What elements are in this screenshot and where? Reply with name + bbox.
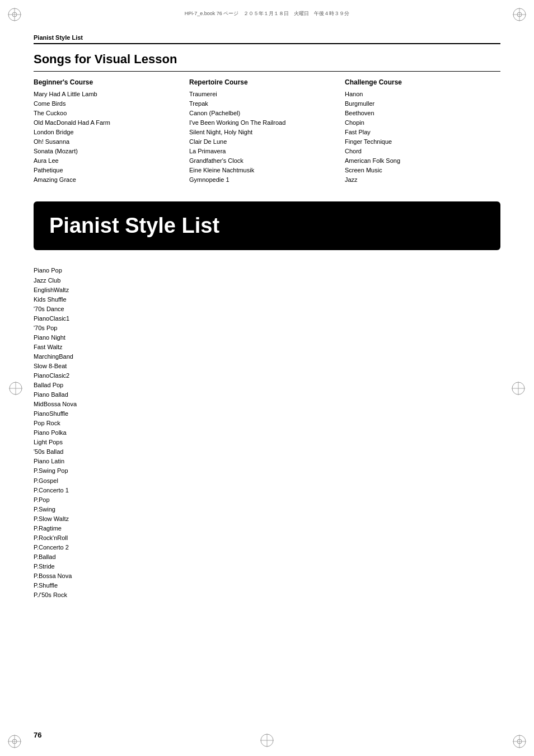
- list-item: Piano Ballad: [34, 390, 500, 400]
- list-item: P.Swing Pop: [34, 466, 500, 476]
- list-item: PianoShuffle: [34, 409, 500, 419]
- reg-mark-br: [512, 734, 527, 749]
- list-item: P.Ragtime: [34, 524, 500, 533]
- black-banner-title: Pianist Style List: [49, 214, 485, 238]
- list-item: Finger Technique: [345, 137, 489, 147]
- list-item: Beethoven: [345, 109, 489, 118]
- list-item: MarchingBand: [34, 352, 500, 361]
- list-item: Fast Waltz: [34, 342, 500, 352]
- list-item: Chord: [345, 147, 489, 156]
- section-rule: [34, 43, 500, 44]
- list-item: Aura Lee: [34, 156, 178, 166]
- list-item: P.Stride: [34, 562, 500, 571]
- list-item: Pathetique: [34, 166, 178, 175]
- list-item: P./'50s Rock: [34, 590, 500, 600]
- section-label: Pianist Style List: [0, 34, 534, 41]
- list-item: Chopin: [345, 118, 489, 128]
- list-item: Gymnopedie 1: [189, 175, 334, 185]
- list-item: Fast Play: [345, 128, 489, 137]
- list-item: Kids Shuffle: [34, 295, 500, 304]
- list-item: Piano Polka: [34, 428, 500, 438]
- beginners-course-col: Beginner's Course Mary Had A Little Lamb…: [34, 78, 189, 185]
- list-item: Mary Had A Little Lamb: [34, 90, 178, 99]
- style-list-container: Piano Pop Jazz Club EnglishWaltz Kids Sh…: [0, 261, 534, 604]
- list-item: Ballad Pop: [34, 381, 500, 390]
- list-item: Slow 8-Beat: [34, 361, 500, 371]
- list-item: Pop Rock: [34, 419, 500, 428]
- list-item: La Primavera: [189, 147, 334, 156]
- list-item: Jazz: [345, 175, 489, 185]
- list-item: I've Been Working On The Railroad: [189, 118, 334, 128]
- list-item: Light Pops: [34, 438, 500, 447]
- list-item: Piano Night: [34, 333, 500, 342]
- list-item: The Cuckoo: [34, 109, 178, 118]
- list-item: '50s Ballad: [34, 447, 500, 457]
- list-item: Trepak: [189, 99, 334, 109]
- reg-mark-bot-mid: [259, 732, 275, 748]
- list-item: Silent Night, Holy Night: [189, 128, 334, 137]
- header-meta: HPi-7_e.book 76 ページ ２０５年１月１８日 火曜日 午後４時３９…: [34, 10, 500, 17]
- page-wrapper: HPi-7_e.book 76 ページ ２０５年１月１８日 火曜日 午後４時３９…: [0, 0, 534, 756]
- challenge-course-items: Hanon Burgmuller Beethoven Chopin Fast P…: [345, 90, 489, 185]
- list-item: P.Concerto 2: [34, 543, 500, 552]
- beginners-course-header: Beginner's Course: [34, 78, 178, 86]
- list-item: Hanon: [345, 90, 489, 99]
- list-item: Piano Latin: [34, 457, 500, 466]
- list-item: PianoClasic2: [34, 371, 500, 381]
- list-item: Eine Kleine Nachtmusik: [189, 166, 334, 175]
- challenge-course-col: Challenge Course Hanon Burgmuller Beetho…: [345, 78, 500, 185]
- repertoire-course-header: Repertoire Course: [189, 78, 334, 86]
- list-item: EnglishWaltz: [34, 285, 500, 295]
- list-item: P.Pop: [34, 495, 500, 505]
- list-item: Come Birds: [34, 99, 178, 109]
- list-item: '70s Dance: [34, 304, 500, 314]
- list-item: P.Ballad: [34, 552, 500, 562]
- beginners-course-items: Mary Had A Little Lamb Come Birds The Cu…: [34, 90, 178, 185]
- list-item: P.Concerto 1: [34, 486, 500, 495]
- header-area: HPi-7_e.book 76 ページ ２０５年１月１８日 火曜日 午後４時３９…: [0, 0, 534, 17]
- list-item: Piano Pop: [34, 266, 500, 275]
- list-item: P.Swing: [34, 505, 500, 514]
- list-item: MidBossa Nova: [34, 400, 500, 409]
- list-item: Traumerei: [189, 90, 334, 99]
- list-item: Burgmuller: [345, 99, 489, 109]
- reg-mark-bl: [7, 734, 22, 749]
- reg-mark-right-mid: [510, 381, 526, 396]
- list-item: P.Gospel: [34, 476, 500, 486]
- list-item: Amazing Grace: [34, 175, 178, 185]
- list-item: American Folk Song: [345, 156, 489, 166]
- reg-mark-left-mid: [8, 381, 24, 396]
- list-item: Oh! Susanna: [34, 137, 178, 147]
- list-item: Screen Music: [345, 166, 489, 175]
- visual-lesson-rule: [34, 71, 500, 72]
- list-item: P.Bossa Nova: [34, 571, 500, 581]
- black-banner: Pianist Style List: [34, 201, 500, 250]
- repertoire-course-items: Traumerei Trepak Canon (Pachelbel) I've …: [189, 90, 334, 185]
- list-item: PianoClasic1: [34, 314, 500, 323]
- list-item: Sonata (Mozart): [34, 147, 178, 156]
- list-item: Clair De Lune: [189, 137, 334, 147]
- list-item: Canon (Pachelbel): [189, 109, 334, 118]
- page-number: 76: [34, 731, 41, 739]
- list-item: P.Rock'nRoll: [34, 533, 500, 543]
- list-item: '70s Pop: [34, 323, 500, 333]
- list-item: Old MacDonald Had A Farm: [34, 118, 178, 128]
- challenge-course-header: Challenge Course: [345, 78, 489, 86]
- courses-container: Beginner's Course Mary Had A Little Lamb…: [0, 78, 534, 185]
- visual-lesson-title: Songs for Visual Lesson: [0, 49, 534, 69]
- list-item: Grandfather's Clock: [189, 156, 334, 166]
- list-item: P.Shuffle: [34, 581, 500, 590]
- list-item: Jazz Club: [34, 276, 500, 285]
- repertoire-course-col: Repertoire Course Traumerei Trepak Canon…: [189, 78, 345, 185]
- list-item: London Bridge: [34, 128, 178, 137]
- list-item: P.Slow Waltz: [34, 514, 500, 524]
